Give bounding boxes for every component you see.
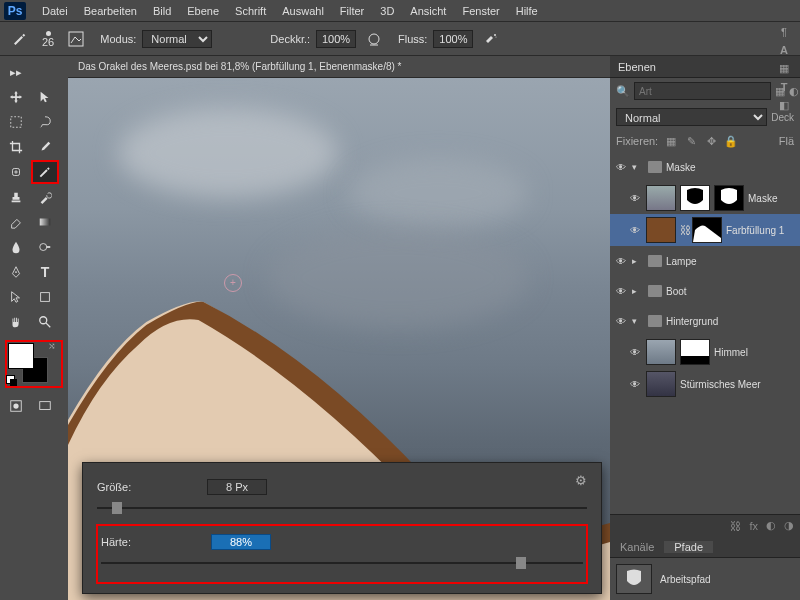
- pen-tool[interactable]: [2, 260, 30, 284]
- path-select-tool[interactable]: [2, 285, 30, 309]
- marquee-tool[interactable]: [2, 110, 30, 134]
- size-slider[interactable]: [97, 501, 587, 515]
- layer-group-lampe[interactable]: 👁 ▸ Lampe: [610, 246, 800, 276]
- visibility-toggle[interactable]: 👁: [628, 345, 642, 359]
- menu-view[interactable]: Ansicht: [402, 5, 454, 17]
- swap-colors-icon[interactable]: ⤭: [48, 341, 56, 351]
- brush-size-preview[interactable]: 26: [38, 31, 58, 47]
- visibility-toggle[interactable]: 👁: [628, 191, 642, 205]
- collapse-toggle[interactable]: ▸: [632, 256, 644, 266]
- layer-maske[interactable]: 👁 Maske: [610, 182, 800, 214]
- zoom-tool[interactable]: [31, 310, 59, 334]
- gear-icon[interactable]: ⚙: [575, 473, 587, 488]
- type-icon[interactable]: T: [781, 81, 788, 93]
- layer-group-maske[interactable]: 👁 ▾ Maske: [610, 152, 800, 182]
- channels-tab[interactable]: Kanäle: [610, 541, 664, 553]
- flow-input[interactable]: [433, 30, 473, 48]
- layer-thumb[interactable]: [646, 185, 676, 211]
- menu-file[interactable]: Datei: [34, 5, 76, 17]
- menu-edit[interactable]: Bearbeiten: [76, 5, 145, 17]
- layer-thumb[interactable]: [646, 217, 676, 243]
- visibility-toggle[interactable]: 👁: [614, 160, 628, 174]
- airbrush-icon[interactable]: [479, 27, 503, 51]
- brush-tool[interactable]: [31, 160, 59, 184]
- mask-thumb-2[interactable]: [714, 185, 744, 211]
- menu-window[interactable]: Fenster: [454, 5, 507, 17]
- lock-pos-icon[interactable]: ✥: [704, 134, 718, 148]
- fx-icon[interactable]: fx: [749, 520, 758, 532]
- hardness-slider[interactable]: [101, 556, 583, 570]
- layer-himmel[interactable]: 👁 Himmel: [610, 336, 800, 368]
- visibility-toggle[interactable]: 👁: [614, 314, 628, 328]
- layer-filter-input[interactable]: [634, 82, 771, 100]
- menu-filter[interactable]: Filter: [332, 5, 372, 17]
- layer-blend-select[interactable]: Normal: [616, 108, 767, 126]
- path-thumb[interactable]: [616, 564, 652, 594]
- lock-trans-icon[interactable]: ▦: [664, 134, 678, 148]
- mask-thumb[interactable]: [680, 339, 710, 365]
- layer-group-hintergrund[interactable]: 👁 ▾ Hintergrund: [610, 306, 800, 336]
- history-brush-tool[interactable]: [31, 185, 59, 209]
- lock-pixel-icon[interactable]: ✎: [684, 134, 698, 148]
- collapse-toggle[interactable]: ▾: [632, 162, 644, 172]
- healing-tool[interactable]: [2, 160, 30, 184]
- default-colors-icon[interactable]: [6, 375, 18, 387]
- paragraph-icon[interactable]: ¶: [781, 26, 787, 38]
- arrow-tool[interactable]: [31, 85, 59, 109]
- shape-tool[interactable]: [31, 285, 59, 309]
- eyedropper-tool[interactable]: [31, 135, 59, 159]
- move-tool[interactable]: [2, 85, 30, 109]
- stamp-tool[interactable]: [2, 185, 30, 209]
- layer-thumb[interactable]: [646, 339, 676, 365]
- screenmode-tool[interactable]: [31, 394, 59, 418]
- quickmask-tool[interactable]: [2, 394, 30, 418]
- link-icon[interactable]: ⛓: [730, 520, 741, 532]
- dodge-tool[interactable]: [31, 235, 59, 259]
- hand-tool[interactable]: [2, 310, 30, 334]
- paths-tab[interactable]: Pfade: [664, 541, 713, 553]
- layer-thumb[interactable]: [646, 371, 676, 397]
- hardness-value[interactable]: 88%: [211, 534, 271, 550]
- layer-farbfuellung[interactable]: 👁 ⛓ Farbfüllung 1: [610, 214, 800, 246]
- color-swatches[interactable]: ⤭: [6, 341, 62, 387]
- collapse-handle[interactable]: ▸▸: [2, 60, 30, 84]
- collapse-toggle[interactable]: ▸: [632, 286, 644, 296]
- visibility-toggle[interactable]: 👁: [614, 254, 628, 268]
- mask-icon[interactable]: ◐: [766, 519, 776, 532]
- foreground-color[interactable]: [8, 343, 34, 369]
- menu-help[interactable]: Hilfe: [508, 5, 546, 17]
- layer-group-boot[interactable]: 👁 ▸ Boot: [610, 276, 800, 306]
- menu-type[interactable]: Schrift: [227, 5, 274, 17]
- mask-thumb[interactable]: [692, 217, 722, 243]
- pressure-opacity-icon[interactable]: [362, 27, 386, 51]
- swatches-icon[interactable]: ▦: [779, 62, 789, 75]
- adjust-icon[interactable]: ◑: [784, 519, 794, 532]
- opacity-input[interactable]: [316, 30, 356, 48]
- gradient-tool[interactable]: [31, 210, 59, 234]
- type-tool[interactable]: T: [31, 260, 59, 284]
- tool-preset-icon[interactable]: [8, 27, 32, 51]
- collapse-toggle[interactable]: ▾: [632, 316, 644, 326]
- visibility-toggle[interactable]: 👁: [614, 284, 628, 298]
- canvas[interactable]: + ⚙ Größe: 8 Px Härte: 88%: [68, 78, 610, 600]
- blur-tool[interactable]: [2, 235, 30, 259]
- layer-meer[interactable]: 👁 Stürmisches Meer: [610, 368, 800, 400]
- menu-3d[interactable]: 3D: [372, 5, 402, 17]
- size-value[interactable]: 8 Px: [207, 479, 267, 495]
- document-tab[interactable]: Das Orakel des Meeres.psd bei 81,8% (Far…: [68, 56, 610, 78]
- menu-image[interactable]: Bild: [145, 5, 179, 17]
- character-icon[interactable]: A: [780, 44, 788, 56]
- eraser-tool[interactable]: [2, 210, 30, 234]
- lasso-tool[interactable]: [31, 110, 59, 134]
- visibility-toggle[interactable]: 👁: [628, 377, 642, 391]
- crop-tool[interactable]: [2, 135, 30, 159]
- styles-icon[interactable]: ◧: [779, 99, 789, 112]
- visibility-toggle[interactable]: 👁: [628, 223, 642, 237]
- menu-layer[interactable]: Ebene: [179, 5, 227, 17]
- menu-select[interactable]: Auswahl: [274, 5, 332, 17]
- mask-thumb[interactable]: [680, 185, 710, 211]
- lock-all-icon[interactable]: 🔒: [724, 134, 738, 148]
- brush-panel-icon[interactable]: [64, 27, 88, 51]
- expand-handle[interactable]: [31, 60, 59, 84]
- blend-mode-select[interactable]: Normal: [142, 30, 212, 48]
